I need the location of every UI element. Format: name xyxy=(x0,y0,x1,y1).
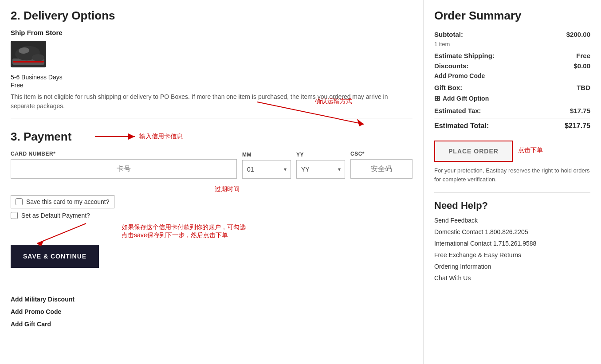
payment-annotation: 输入信用卡信息 xyxy=(139,133,183,141)
ordering-info-link[interactable]: Ordering Information xyxy=(434,263,590,270)
csc-input[interactable] xyxy=(350,159,412,179)
svg-marker-9 xyxy=(128,133,135,140)
place-order-button[interactable]: PLACE ORDER xyxy=(434,141,513,162)
main-content: 2. Delivery Options Ship From Store xyxy=(0,0,424,364)
tax-value: $17.75 xyxy=(570,107,590,114)
total-label: Estimated Total: xyxy=(434,122,489,130)
total-value: $217.75 xyxy=(565,122,590,130)
default-payment-row: Set as Default Payment? xyxy=(11,212,412,219)
order-summary-title: Order Summary xyxy=(434,9,590,23)
svg-marker-11 xyxy=(37,240,44,246)
protection-note: For your protection, Eastbay reserves th… xyxy=(434,166,590,184)
sidebar: Order Summary Subtotal: $200.00 1 item E… xyxy=(424,0,601,364)
add-gift-option-link[interactable]: ⊞ Add Gift Option xyxy=(434,94,590,102)
gift-box-label: Gift Box: xyxy=(434,84,462,91)
default-payment-label[interactable]: Set as Default Payment? xyxy=(21,212,90,219)
ship-from-label: Ship From Store xyxy=(11,29,412,36)
save-arrow xyxy=(20,219,90,246)
mm-select-wrapper: 01 02 03 04 05 06 07 08 09 10 11 12 xyxy=(242,160,291,179)
subtotal-label: Subtotal: xyxy=(434,31,463,38)
delivery-note: This item is not eligible for rush shipp… xyxy=(11,92,412,111)
yy-select[interactable]: YY 2024 2025 2026 2027 2028 2029 2030 xyxy=(296,160,345,179)
expiry-annotation: 过期时间 xyxy=(215,185,240,192)
shipping-value: Free xyxy=(576,52,590,59)
discounts-label: Discounts: xyxy=(434,62,469,70)
total-row: Estimated Total: $217.75 xyxy=(434,122,590,130)
need-help-title: Need Help? xyxy=(434,200,590,211)
shipping-label: Estimate Shipping: xyxy=(434,52,495,59)
card-number-label: CARD NUMBER* xyxy=(11,151,237,157)
discounts-value: $0.00 xyxy=(574,62,590,70)
exchange-returns-link[interactable]: Free Exchange & Easy Returns xyxy=(434,251,590,258)
mm-group: MM 01 02 03 04 05 06 07 08 09 10 xyxy=(242,152,291,179)
svg-point-4 xyxy=(32,54,44,61)
summary-divider xyxy=(434,118,590,118)
discounts-row: Discounts: $0.00 xyxy=(434,62,590,70)
gift-box-row: Gift Box: TBD xyxy=(434,84,590,91)
add-gift-card-link[interactable]: Add Gift Card xyxy=(11,321,412,328)
svg-line-10 xyxy=(37,223,86,243)
subtotal-row: Subtotal: $200.00 xyxy=(434,31,590,38)
csc-label: CSC* xyxy=(350,151,412,157)
svg-rect-5 xyxy=(13,61,44,63)
tax-row: Estimated Tax: $17.75 xyxy=(434,107,590,114)
save-card-checkbox[interactable] xyxy=(16,198,23,205)
save-continue-button[interactable]: SAVE & CONTINUE xyxy=(11,245,99,268)
gift-box-value: TBD xyxy=(577,84,590,91)
payment-form-row: CARD NUMBER* MM 01 02 03 04 05 06 07 xyxy=(11,151,412,179)
international-contact-link[interactable]: International Contact 1.715.261.9588 xyxy=(434,240,590,247)
shoe-image xyxy=(11,41,46,67)
send-feedback-link[interactable]: Send Feedback xyxy=(434,217,590,224)
mm-label: MM xyxy=(242,152,291,158)
payment-arrow xyxy=(90,128,144,145)
subtotal-value: $200.00 xyxy=(566,31,590,38)
domestic-contact-link[interactable]: Domestic Contact 1.800.826.2205 xyxy=(434,228,590,235)
card-number-group: CARD NUMBER* xyxy=(11,151,237,179)
shipping-row: Estimate Shipping: Free xyxy=(434,52,590,59)
save-annotation-1: 如果保存这个信用卡付款到你的账户，可勾选 xyxy=(122,223,412,231)
delivery-free: Free xyxy=(11,82,412,89)
default-payment-checkbox[interactable] xyxy=(11,212,18,219)
payment-title: 3. Payment xyxy=(11,130,71,144)
add-military-discount-link[interactable]: Add Military Discount xyxy=(11,296,412,303)
add-promo-code-link[interactable]: Add Promo Code xyxy=(11,308,412,315)
add-gift-label: Add Gift Option xyxy=(443,95,489,102)
save-card-label[interactable]: Save this card to my account? xyxy=(26,198,110,205)
section-divider-2 xyxy=(11,284,412,284)
need-help-divider xyxy=(434,192,590,193)
yy-select-wrapper: YY 2024 2025 2026 2027 2028 2029 2030 ▾ xyxy=(296,160,345,179)
card-number-input[interactable] xyxy=(11,159,237,179)
yy-label: YY xyxy=(296,152,345,158)
delivery-title: 2. Delivery Options xyxy=(11,9,412,23)
item-count: 1 item xyxy=(434,41,590,47)
save-annotation-2: 点击save保存到下一步，然后点击下单 xyxy=(122,231,412,239)
csc-group: CSC* xyxy=(350,151,412,179)
place-order-annotation: 点击下单 xyxy=(518,146,543,154)
yy-group: YY YY 2024 2025 2026 2027 2028 2029 2030 xyxy=(296,152,345,179)
payment-section: 3. Payment 输入信用卡信息 CARD NUMBER* MM xyxy=(11,125,412,277)
section-divider-1 xyxy=(11,118,412,118)
gift-icon: ⊞ xyxy=(434,94,440,102)
add-promo-code-link[interactable]: Add Promo Code xyxy=(434,72,590,79)
delivery-section: 2. Delivery Options Ship From Store xyxy=(11,9,412,111)
chat-with-us-link[interactable]: Chat With Us xyxy=(434,274,590,282)
bottom-links: Add Military Discount Add Promo Code Add… xyxy=(11,291,412,328)
tax-label: Estimated Tax: xyxy=(434,107,481,114)
mm-select[interactable]: 01 02 03 04 05 06 07 08 09 10 11 12 xyxy=(242,160,291,179)
delivery-days: 5-6 Business Days xyxy=(11,74,412,81)
